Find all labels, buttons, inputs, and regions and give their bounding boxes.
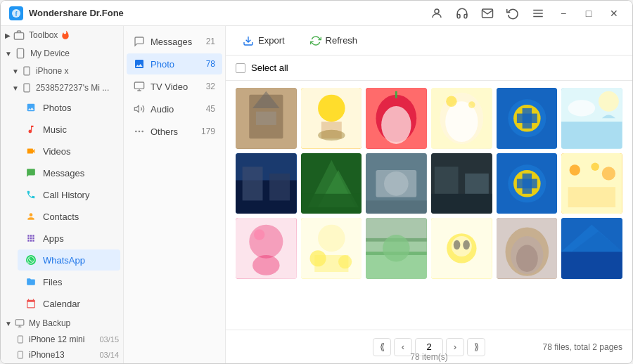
- export-button[interactable]: Export: [236, 32, 292, 50]
- svg-rect-53: [243, 167, 263, 200]
- svg-point-79: [252, 255, 280, 275]
- svg-rect-66: [431, 193, 492, 214]
- svg-point-74: [592, 162, 600, 171]
- svg-rect-10: [24, 84, 30, 92]
- sidebar-item-whatsapp[interactable]: WhatsApp: [18, 249, 120, 271]
- svg-point-82: [318, 225, 345, 252]
- photos-label: Photos: [43, 103, 113, 113]
- toolbox-section[interactable]: ▶ Toolbox: [1, 26, 123, 44]
- sidebar-item-messages[interactable]: Messages: [18, 162, 120, 183]
- photo-cell-2[interactable]: [366, 88, 427, 149]
- sidebar-item-photos[interactable]: Photos: [18, 97, 120, 118]
- pagination: ⟪ ‹ 2 › ⟫ 78 files, total 2 pages 78 ite…: [226, 330, 632, 363]
- first-page-button[interactable]: ⟪: [373, 338, 391, 356]
- refresh-button[interactable]: Refresh: [303, 32, 365, 50]
- whatsapp-label: WhatsApp: [43, 255, 113, 266]
- photo-cell-8[interactable]: [366, 153, 427, 214]
- photo-cell-14[interactable]: [366, 218, 427, 279]
- app-title: Wondershare Dr.Fone: [29, 8, 427, 18]
- subnav-photo[interactable]: Photo 78: [127, 53, 222, 74]
- app-window: f Wondershare Dr.Fone − □ ✕: [0, 0, 633, 364]
- subnav-photo-count: 78: [206, 59, 215, 69]
- backup-iphone12mini[interactable]: iPhone 12 mini 03/15: [12, 332, 123, 347]
- svg-point-22: [142, 131, 143, 131]
- my-device-section[interactable]: ▼ My Device: [1, 44, 123, 63]
- backup-iphonex[interactable]: iPhone x 03/13: [12, 363, 123, 363]
- sidebar-item-call-history[interactable]: Call History: [18, 184, 120, 205]
- photo-cell-12[interactable]: [236, 218, 297, 279]
- subnav-messages[interactable]: Messages 21: [127, 31, 222, 52]
- sidebar-item-apps[interactable]: Apps: [18, 228, 120, 249]
- contacts-icon: [25, 210, 37, 223]
- my-backup-label: My Backup: [29, 318, 70, 328]
- music-icon: [25, 123, 37, 136]
- photo-cell-17[interactable]: [561, 218, 622, 279]
- videos-label: Videos: [43, 146, 113, 157]
- next-page-button[interactable]: ›: [446, 338, 464, 356]
- backup-iphone13[interactable]: iPhone13 03/14: [12, 347, 123, 363]
- history-icon[interactable]: [503, 4, 523, 23]
- mi-chevron: ▼: [12, 84, 19, 92]
- photo-cell-3[interactable]: [431, 88, 492, 149]
- menu-icon[interactable]: [528, 4, 548, 23]
- photo-cell-4[interactable]: [497, 88, 558, 149]
- select-all-checkbox[interactable]: [236, 63, 245, 73]
- files-icon: [25, 275, 37, 288]
- svg-point-78: [249, 225, 283, 259]
- photo-cell-13[interactable]: [301, 218, 362, 279]
- items-info: 78 item(s): [410, 352, 447, 362]
- iphone-x-section[interactable]: ▼ iPhone x: [1, 63, 123, 79]
- files-label: Files: [43, 277, 113, 287]
- mail-icon[interactable]: [478, 4, 497, 23]
- svg-point-30: [318, 95, 345, 122]
- photo-cell-11[interactable]: [561, 153, 622, 214]
- photo-cell-10[interactable]: [497, 153, 558, 214]
- sidebar-item-videos[interactable]: Videos: [18, 141, 120, 162]
- subnav-tvvideo[interactable]: TV Video 32: [127, 76, 222, 97]
- main-layout: ▶ Toolbox ▼ My Device ▼ iPhone x ▼: [1, 26, 632, 363]
- minimize-button[interactable]: −: [554, 4, 573, 23]
- toolbox-chevron: ▶: [5, 32, 11, 39]
- sidebar-item-files[interactable]: Files: [18, 271, 120, 292]
- last-page-button[interactable]: ⟫: [467, 338, 485, 356]
- photos-icon: [25, 101, 37, 114]
- sidebar-item-contacts[interactable]: Contacts: [18, 206, 120, 227]
- subnav-others-icon: [134, 126, 145, 137]
- profile-icon[interactable]: [427, 4, 447, 23]
- sidebar-item-calendar[interactable]: Calendar: [18, 293, 120, 314]
- svg-point-99: [516, 245, 538, 273]
- svg-point-49: [599, 91, 619, 112]
- select-all-bar: Select all: [226, 56, 632, 81]
- svg-marker-20: [134, 105, 139, 112]
- photo-cell-6[interactable]: [236, 153, 297, 214]
- photo-cell-1[interactable]: [301, 88, 362, 149]
- svg-point-94: [454, 240, 461, 249]
- sidebar-item-music[interactable]: Music: [18, 119, 120, 140]
- photo-area: Export Refresh Select all: [226, 26, 632, 363]
- subnav-others[interactable]: Others 179: [127, 121, 222, 142]
- my-backup-section[interactable]: ▼ My Backup: [1, 315, 123, 332]
- photo-cell-16[interactable]: [497, 218, 558, 279]
- photo-cell-9[interactable]: [431, 153, 492, 214]
- prev-page-button[interactable]: ‹: [394, 338, 412, 356]
- subnav-audio-count: 45: [206, 104, 215, 114]
- subnav-others-count: 179: [201, 126, 215, 136]
- mi-section[interactable]: ▼ 2538527237's Mi ...: [1, 79, 123, 96]
- subnav-others-label: Others: [151, 126, 201, 137]
- subnav: Messages 21 Photo 78 TV Video 32: [124, 26, 226, 363]
- photo-cell-15[interactable]: [431, 218, 492, 279]
- backup-items: iPhone 12 mini 03/15 iPhone13 03/14 iPho…: [1, 332, 123, 363]
- photo-cell-5[interactable]: [561, 88, 622, 149]
- svg-point-40: [446, 96, 456, 107]
- photo-cell-0[interactable]: [236, 88, 297, 149]
- svg-rect-17: [134, 82, 143, 89]
- photo-cell-7[interactable]: [301, 153, 362, 214]
- my-backup-chevron: ▼: [5, 320, 12, 327]
- maximize-button[interactable]: □: [579, 4, 599, 23]
- headset-icon[interactable]: [452, 4, 472, 23]
- photo-grid: [236, 88, 622, 279]
- close-button[interactable]: ✕: [604, 4, 624, 23]
- svg-point-90: [383, 235, 410, 262]
- svg-rect-6: [14, 33, 23, 39]
- subnav-audio[interactable]: Audio 45: [127, 98, 222, 119]
